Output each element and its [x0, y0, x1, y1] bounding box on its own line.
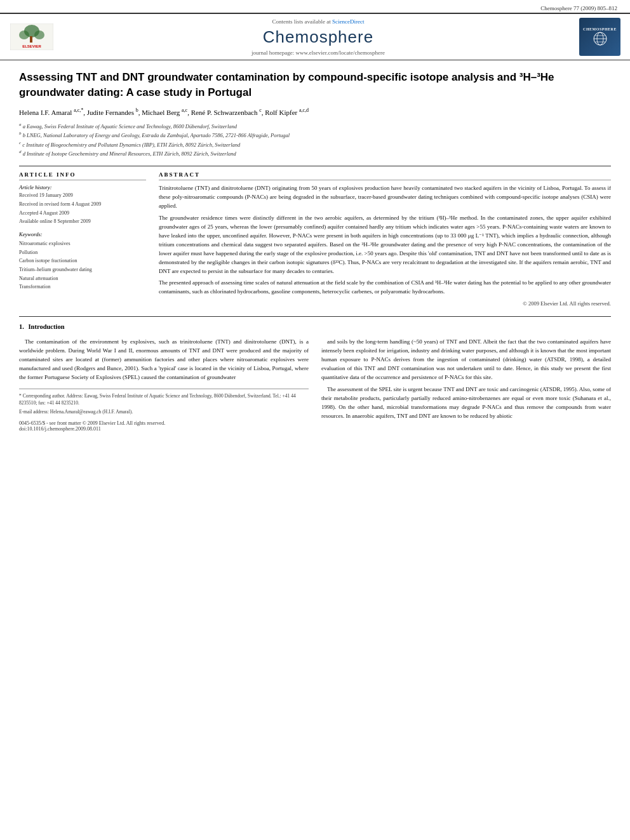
abstract-col: ABSTRACT Trinitrotoluene (TNT) and dinit…: [159, 171, 611, 307]
keyword-5: Natural attenuation: [19, 274, 146, 283]
affil-a-text: a Eawag, Swiss Federal Institute of Aqua…: [23, 123, 237, 130]
article-info-abstract: ARTICLE INFO Article history: Received 1…: [19, 171, 611, 307]
svg-rect-4: [30, 36, 32, 43]
author-sup-2: b: [136, 107, 138, 113]
affil-c-text: c Institute of Biogeochemistry and Pollu…: [22, 142, 240, 148]
author-rene: René P. Schwarzenbach: [191, 108, 258, 116]
intro-col-right: and soils by the long-term handling (~50…: [321, 338, 611, 431]
article-info-col: ARTICLE INFO Article history: Received 1…: [19, 171, 146, 307]
section-label: Introduction: [29, 323, 65, 330]
author-michael: Michael Berg: [142, 108, 180, 116]
journal-center: Contents lists available at ScienceDirec…: [64, 18, 573, 56]
svg-text:ELSEVIER: ELSEVIER: [22, 44, 41, 48]
keywords-label: Keywords:: [19, 231, 146, 237]
globe-icon: [591, 31, 610, 47]
abstract-para-2: The groundwater residence times were dis…: [159, 214, 611, 276]
accepted-date: Accepted 4 August 2009: [19, 210, 146, 218]
divider-2: [19, 316, 611, 317]
keyword-1: Nitroaromatic explosives: [19, 239, 146, 248]
keyword-4: Tritium–helium groundwater dating: [19, 265, 146, 274]
abstract-text: Trinitrotoluene (TNT) and dinitrotoluene…: [159, 184, 611, 297]
revised-date: Received in revised form 4 August 2009: [19, 201, 146, 209]
journal-ref: Chemosphere 77 (2009) 805–812: [0, 0, 630, 13]
page: Chemosphere 77 (2009) 805–812 ELSEVIER C…: [0, 0, 630, 441]
bottom-copyright: 0045-6535/$ - see front matter © 2009 El…: [19, 420, 309, 432]
svg-point-2: [19, 30, 29, 39]
keywords-section: Keywords: Nitroaromatic explosives Pollu…: [19, 231, 146, 291]
author-sup-3: a,c: [182, 107, 187, 113]
keyword-6: Transformation: [19, 283, 146, 291]
affiliation-d: d d Institute of Isotope Geochemistry an…: [19, 149, 611, 158]
affil-d-text: d Institute of Isotope Geochemistry and …: [23, 150, 236, 157]
article-history-label: Article history:: [19, 184, 146, 190]
footnote-corresponding: * Corresponding author. Address: Eawag, …: [19, 392, 309, 407]
footnote-email: E-mail address: Helena.Amaral@eawag.ch (…: [19, 408, 309, 415]
journal-header: ELSEVIER Contents lists available at Sci…: [0, 13, 630, 60]
chemosphere-logo-right: CHEMOSPHERE: [579, 18, 624, 56]
article-content: Assessing TNT and DNT groundwater contam…: [0, 60, 630, 441]
affiliation-c: c c Institute of Biogeochemistry and Pol…: [19, 140, 611, 149]
author-helena: Helena I.F. Amaral: [19, 108, 72, 116]
abstract-copyright: © 2009 Elsevier Ltd. All rights reserved…: [159, 300, 611, 307]
intro-body-left: The contamination of the environment by …: [19, 338, 309, 382]
author-sup-1: a,c,*: [74, 107, 83, 113]
sciencedirect-prefix: Contents lists available at: [272, 18, 331, 25]
doi-text: doi:10.1016/j.chemosphere.2009.08.011: [19, 426, 101, 432]
abstract-para-3: The presented approach of assessing time…: [159, 279, 611, 297]
introduction-body: The contamination of the environment by …: [19, 338, 611, 431]
intro-body-right: and soils by the long-term handling (~50…: [321, 338, 611, 420]
article-info-label: ARTICLE INFO: [19, 171, 146, 180]
authors-line: Helena I.F. Amaral a,c,*, Judite Fernand…: [19, 107, 611, 117]
keyword-2: Pollution: [19, 248, 146, 257]
author-sup-4: c: [259, 107, 262, 113]
bottom-copyright-text: 0045-6535/$ - see front matter © 2009 El…: [19, 420, 165, 426]
article-dates: Received 19 January 2009 Received in rev…: [19, 192, 146, 226]
intro-para-right-2: The assessment of the SPEL site is urgen…: [321, 385, 611, 421]
intro-col-left: The contamination of the environment by …: [19, 338, 309, 431]
intro-para-left-1: The contamination of the environment by …: [19, 338, 309, 382]
section-title-intro: 1. Introduction: [19, 323, 611, 330]
introduction-section: 1. Introduction The contamination of the…: [19, 323, 611, 431]
journal-homepage: journal homepage: www.elsevier.com/locat…: [64, 50, 573, 56]
elsevier-logo: ELSEVIER: [6, 23, 57, 50]
section-number: 1.: [19, 323, 24, 330]
sciencedirect-line: Contents lists available at ScienceDirec…: [64, 18, 573, 25]
author-rolf: Rolf Kipfer: [265, 108, 297, 116]
affiliation-b: b b LNEG, National Laboratory of Energy …: [19, 130, 611, 140]
journal-title: Chemosphere: [64, 27, 573, 47]
affiliations: a a Eawag, Swiss Federal Institute of Aq…: [19, 121, 611, 158]
available-date: Available online 8 September 2009: [19, 218, 146, 226]
intro-para-right-1: and soils by the long-term handling (~50…: [321, 338, 611, 382]
footnote-section: * Corresponding author. Address: Eawag, …: [19, 389, 309, 415]
keyword-list: Nitroaromatic explosives Pollution Carbo…: [19, 239, 146, 291]
divider-1: [19, 166, 611, 166]
article-title: Assessing TNT and DNT groundwater contam…: [19, 70, 611, 100]
sciencedirect-link[interactable]: ScienceDirect: [332, 18, 364, 25]
abstract-para-1: Trinitrotoluene (TNT) and dinitrotoluene…: [159, 184, 611, 211]
elsevier-logo-icon: ELSEVIER: [10, 23, 53, 50]
keyword-3: Carbon isotope fractionation: [19, 257, 146, 265]
author-judite: Judite Fernandes: [87, 108, 134, 116]
received-date: Received 19 January 2009: [19, 192, 146, 200]
author-sup-5: a,c,d: [299, 107, 309, 113]
chemosphere-logo-img: CHEMOSPHERE: [579, 18, 620, 56]
abstract-label: ABSTRACT: [159, 171, 611, 180]
affiliation-a: a a Eawag, Swiss Federal Institute of Aq…: [19, 121, 611, 131]
svg-point-3: [34, 30, 44, 39]
affil-b-text: b LNEG, National Laboratory of Energy an…: [23, 132, 290, 138]
